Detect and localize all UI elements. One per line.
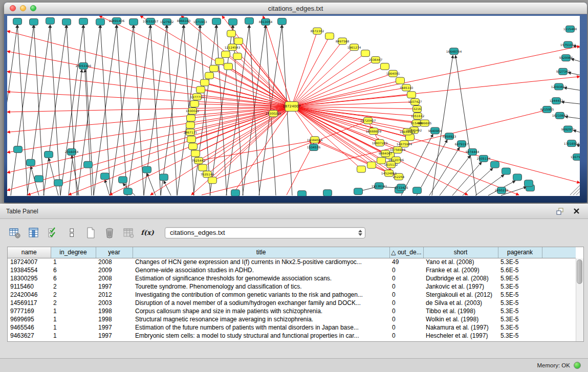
column-header[interactable]: name — [8, 247, 51, 258]
table-cell[interactable]: 0 — [389, 282, 423, 291]
table-row[interactable]: 969969511998Structural magnetic resonanc… — [8, 315, 576, 323]
graph-node[interactable] — [197, 86, 205, 93]
table-cell[interactable]: 19384554 — [8, 266, 51, 274]
graph-node[interactable] — [513, 174, 522, 181]
selected-citation-edge[interactable] — [7, 51, 292, 106]
table-row[interactable]: 977716911998Corpus callosum shape and si… — [8, 307, 576, 315]
table-cell[interactable]: 5.3E-5 — [498, 332, 542, 340]
create-table-icon[interactable] — [84, 226, 97, 239]
table-row[interactable]: 1456911722003Disruption of a novel membe… — [8, 299, 576, 307]
import-table-icon[interactable] — [122, 226, 135, 239]
selected-citation-edge[interactable] — [292, 106, 391, 165]
selected-citation-edge[interactable] — [292, 77, 580, 106]
selected-citation-edge[interactable] — [292, 46, 580, 106]
graph-node[interactable] — [245, 17, 254, 24]
selected-citation-edge[interactable] — [7, 31, 292, 106]
table-cell[interactable]: Stergiakouli et al. (2012) — [423, 291, 498, 299]
table-cell[interactable]: 6 — [51, 274, 96, 282]
selected-citation-edge[interactable] — [7, 92, 292, 106]
table-cell[interactable]: 1997 — [96, 323, 133, 332]
graph-node[interactable] — [46, 17, 55, 24]
citation-edge[interactable] — [440, 156, 470, 195]
table-cell[interactable]: 6 — [51, 266, 96, 274]
citation-edge[interactable] — [429, 147, 460, 195]
graph-node[interactable] — [298, 191, 307, 196]
table-cell[interactable]: Tourette syndrome. Phenomenology and cla… — [133, 282, 389, 291]
graph-node[interactable] — [229, 18, 237, 25]
graph-node[interactable] — [30, 18, 38, 25]
graph-node[interactable] — [79, 18, 88, 25]
table-cell[interactable]: 1998 — [96, 315, 133, 323]
table-row[interactable]: 1830029562008Estimation of significance … — [8, 274, 576, 282]
column-header[interactable]: pagerank — [498, 247, 542, 258]
graph-node[interactable] — [210, 65, 219, 72]
citation-edge[interactable] — [463, 168, 493, 195]
table-row[interactable]: 1872400712008Changes of HCN gene express… — [8, 258, 576, 266]
table-cell[interactable]: Franke et al. (2009) — [423, 266, 498, 274]
column-header[interactable]: short — [423, 247, 498, 258]
graph-node[interactable] — [160, 174, 168, 181]
table-cell[interactable]: 0 — [389, 299, 423, 307]
table-cell[interactable]: Changes of HCN gene expression and I(f) … — [133, 258, 389, 266]
column-header[interactable]: in_degree — [51, 247, 96, 258]
table-cell[interactable]: 1998 — [96, 307, 133, 315]
table-cell[interactable]: Dudbridge et al. (2008) — [423, 274, 498, 282]
table-cell[interactable]: Estimation of the future numbers of pati… — [133, 323, 389, 332]
table-cell[interactable]: 2 — [51, 282, 96, 291]
graph-node[interactable] — [354, 188, 363, 195]
float-panel-icon[interactable] — [554, 207, 565, 216]
table-cell[interactable]: Embryonic stem cells: a model to study s… — [133, 332, 389, 340]
graph-node[interactable] — [227, 30, 236, 37]
selected-citation-edge[interactable] — [292, 31, 317, 106]
graph-node[interactable] — [129, 18, 138, 25]
table-cell[interactable]: 49 — [389, 258, 423, 266]
graph-node[interactable] — [201, 79, 209, 86]
citation-edge[interactable] — [568, 73, 580, 75]
table-cell[interactable]: 5.3E-5 — [498, 258, 542, 266]
table-cell[interactable]: 5.3E-5 — [498, 315, 542, 323]
table-cell[interactable]: de Silva et al. (2003) — [423, 299, 498, 307]
table-cell[interactable]: 9465546 — [8, 323, 51, 332]
table-cell[interactable]: 0 — [389, 315, 423, 323]
graph-node[interactable] — [413, 187, 422, 194]
selected-citation-edge[interactable] — [99, 16, 292, 106]
table-cell[interactable]: Disruption of a novel member of a sodium… — [133, 299, 389, 307]
scrollbar-thumb[interactable] — [577, 259, 582, 284]
table-cell[interactable]: Investigating the contribution of common… — [133, 291, 389, 299]
table-cell[interactable]: 1 — [51, 332, 96, 340]
table-cell[interactable]: 18724007 — [8, 258, 51, 266]
graph-node[interactable] — [407, 92, 416, 98]
table-cell[interactable]: 0 — [389, 307, 423, 315]
table-cell[interactable]: 2008 — [96, 258, 133, 266]
graph-node[interactable] — [84, 161, 93, 168]
table-cell[interactable]: 2008 — [96, 274, 133, 282]
graph-node[interactable] — [361, 50, 370, 57]
table-row[interactable]: 946362711997Embryonic stem cells: a mode… — [8, 332, 576, 340]
graph-node[interactable] — [35, 176, 43, 182]
function-builder-icon[interactable]: f(x) — [141, 226, 154, 239]
table-row[interactable]: 911546021997Tourette syndrome. Phenomeno… — [8, 282, 576, 291]
graph-node[interactable] — [224, 63, 233, 70]
table-cell[interactable]: 0 — [389, 266, 423, 274]
graph-node[interactable] — [215, 58, 224, 65]
selected-citation-edge[interactable] — [214, 69, 292, 106]
selected-citation-edge[interactable] — [292, 67, 385, 106]
citation-edge[interactable] — [147, 173, 156, 196]
graph-node[interactable] — [325, 33, 334, 39]
graph-node[interactable] — [491, 161, 499, 168]
table-cell[interactable]: 2009 — [96, 266, 133, 274]
table-cell[interactable]: Jankovic et al. (1997) — [423, 282, 498, 291]
table-cell[interactable]: 5.9E-5 — [498, 274, 542, 282]
selected-citation-edge[interactable] — [7, 106, 292, 132]
table-cell[interactable]: 9463627 — [8, 332, 51, 340]
table-cell[interactable]: 9115460 — [8, 282, 51, 291]
modify-table-icon[interactable] — [8, 226, 21, 239]
graph-node[interactable] — [13, 18, 22, 25]
network-window-titlebar[interactable]: citations_edges.txt — [4, 3, 587, 14]
selected-citation-edge[interactable] — [207, 106, 292, 174]
table-cell[interactable]: 2 — [51, 299, 96, 307]
graph-node[interactable] — [189, 143, 198, 150]
select-rows-icon[interactable] — [46, 226, 59, 239]
graph-node[interactable] — [231, 190, 240, 196]
graph-node[interactable] — [124, 188, 133, 195]
